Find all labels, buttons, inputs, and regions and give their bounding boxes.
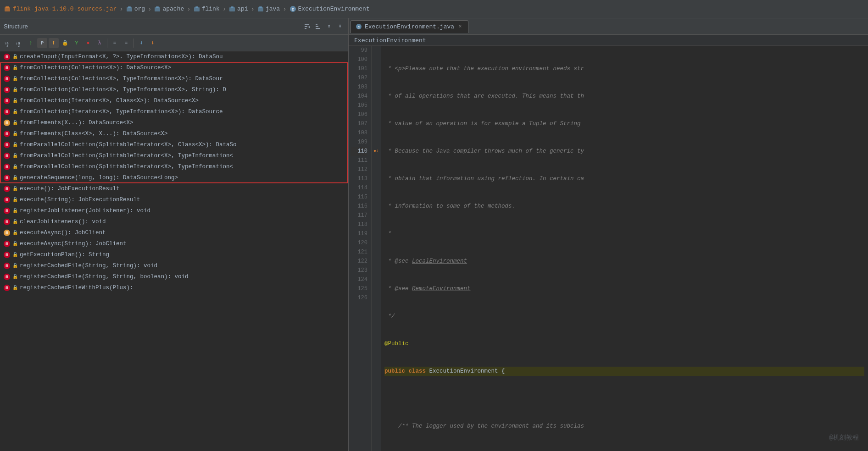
list-item[interactable]: m 🔓 fromCollection(Iterator<X>, Class<X>… <box>0 95 348 106</box>
gutter-cell <box>372 138 381 147</box>
export-btn[interactable]: ⬇ <box>148 38 158 48</box>
line-num: 123 <box>351 266 367 275</box>
tab-execution-environment[interactable]: C ExecutionEnvironment.java × <box>351 20 468 33</box>
list-item[interactable]: m 🔓 fromCollection(Collection<X>): DataS… <box>0 62 348 73</box>
breadcrumb-org[interactable]: org <box>126 6 145 12</box>
member-text: registerCachedFile(String, String): void <box>20 263 157 269</box>
gutter-cell <box>372 128 381 138</box>
list-item[interactable]: m 🔓 registerCachedFileWithPlus(Plus): <box>0 282 348 293</box>
breadcrumb-apache[interactable]: apache <box>154 6 184 12</box>
line-num: 100 <box>351 55 367 64</box>
sort-asc-btn[interactable] <box>302 22 312 31</box>
breadcrumb-sep-2: › <box>147 6 152 13</box>
list-item[interactable]: m 🔓 clearJobListeners(): void <box>0 216 348 227</box>
member-text: registerCachedFile(String, String, boole… <box>20 274 189 280</box>
gutter-cell <box>372 73 381 82</box>
svg-rect-7 <box>195 6 198 8</box>
lock-icon: 🔒 <box>12 88 17 93</box>
svg-rect-2 <box>127 7 132 11</box>
navigate-up-btn[interactable]: ↑ <box>26 38 36 48</box>
access-icon: 🔓 <box>12 77 17 82</box>
expand-btn[interactable]: ⬆ <box>324 22 334 31</box>
breadcrumb-java[interactable]: java <box>257 6 280 12</box>
circle-btn[interactable]: ● <box>83 38 93 48</box>
method-icon: m <box>4 87 10 93</box>
member-text: fromElements(X...): DataSource<X> <box>20 120 134 126</box>
member-text: executeAsync(): JobClient <box>20 230 106 236</box>
list-item[interactable]: m 🔓 fromCollection(Collection<X>, TypeIn… <box>0 73 348 84</box>
breadcrumb: flink-java-1.10.0-sources.jar › org › ap… <box>0 0 868 18</box>
package-icon-2 <box>154 6 161 12</box>
sort-desc-btn[interactable] <box>313 22 323 31</box>
line-num-current: 110 <box>351 147 367 156</box>
access-icon: 🔓 <box>12 143 17 148</box>
list-item[interactable]: m 🔒 fromCollection(Collection<X>, TypeIn… <box>0 84 348 95</box>
list-item[interactable]: m 🔓 fromParallelCollection(SplittableIte… <box>0 150 348 161</box>
line-num: 114 <box>351 183 367 192</box>
breadcrumb-flink[interactable]: flink <box>194 6 220 12</box>
line-num: 107 <box>351 119 367 128</box>
list-item[interactable]: m 🔓 registerCachedFile(String, String, b… <box>0 271 348 282</box>
list-item[interactable]: m 🔓 fromElements(Class<X>, X...): DataSo… <box>0 128 348 139</box>
sort-alpha-asc-btn[interactable]: ↑ a z <box>3 38 13 48</box>
collapse-all-btn[interactable]: ≡ <box>121 38 131 48</box>
breadcrumb-sep-5: › <box>250 6 256 13</box>
method-icon: m <box>4 98 10 104</box>
method-icon: m <box>4 230 10 236</box>
code-line: @Public <box>384 339 864 348</box>
toolbar-divider-2 <box>134 38 134 48</box>
list-item[interactable]: m 🔓 fromElements(X...): DataSource<X> <box>0 117 348 128</box>
method-icon: m <box>4 142 10 148</box>
code-editor[interactable]: 99 100 101 102 103 104 105 106 107 108 1… <box>349 46 868 451</box>
package-icon-5 <box>257 6 264 12</box>
list-item[interactable]: m 🔓 execute(): JobExecutionResult <box>0 183 348 194</box>
code-line: * obtain that information using reflecti… <box>384 174 864 183</box>
breadcrumb-class[interactable]: C ExecutionEnvironment <box>289 6 370 12</box>
class-header-text: ExecutionEnvironment <box>354 37 426 44</box>
gutter-cell <box>372 64 381 73</box>
line-num: 119 <box>351 229 367 238</box>
member-text: createInput(InputFormat<X, ?>. TypeInfor… <box>20 54 223 60</box>
download-btn[interactable]: ⬇ <box>136 38 146 48</box>
list-item[interactable]: m 🔓 registerCachedFile(String, String): … <box>0 260 348 271</box>
gutter-cell-110[interactable]: ●↓ <box>372 147 381 156</box>
access-icon: 🔓 <box>12 110 17 115</box>
f-btn[interactable]: f <box>49 38 59 48</box>
line-num: 122 <box>351 257 367 266</box>
list-item[interactable]: m 🔓 createInput(InputFormat<X, ?>. TypeI… <box>0 51 348 62</box>
list-item[interactable]: m 🔒 fromParallelCollection(SplittableIte… <box>0 161 348 172</box>
list-item[interactable]: m 🔓 executeAsync(): JobClient <box>0 227 348 238</box>
svg-rect-4 <box>155 7 160 11</box>
sort-alpha-desc-btn[interactable]: ↓ a z <box>14 38 24 48</box>
svg-rect-5 <box>156 6 159 8</box>
list-item[interactable]: m 🔓 execute(String): JobExecutionResult <box>0 194 348 205</box>
method-icon: m <box>4 76 10 82</box>
breadcrumb-jar[interactable]: flink-java-1.10.0-sources.jar <box>4 6 117 13</box>
list-item[interactable]: m 🔓 generateSequence(long, long): DataSo… <box>0 172 348 183</box>
tab-close-btn[interactable]: × <box>457 23 463 30</box>
lock-filter-btn[interactable]: 🔒 <box>60 38 70 48</box>
member-list[interactable]: m 🔓 createInput(InputFormat<X, ?>. TypeI… <box>0 51 348 451</box>
panel-header: Structure ⬆ ⬇ <box>0 18 348 35</box>
code-line <box>384 394 864 403</box>
list-item[interactable]: m 🔓 fromParallelCollection(SplittableIte… <box>0 139 348 150</box>
panel-title: Structure <box>4 23 28 30</box>
breadcrumb-api[interactable]: api <box>229 6 248 12</box>
gutter-cell <box>372 174 381 183</box>
list-item[interactable]: m 🔓 executeAsync(String): JobClient <box>0 238 348 249</box>
method-icon: m <box>4 175 10 181</box>
lambda-btn[interactable]: λ <box>95 38 105 48</box>
member-text: fromParallelCollection(SplittableIterato… <box>20 153 233 159</box>
P-btn[interactable]: P <box>37 38 47 48</box>
expand-all-btn[interactable]: ≡ <box>110 38 120 48</box>
filter-btn[interactable]: Y <box>72 38 82 48</box>
svg-rect-3 <box>128 6 131 8</box>
line-num: 113 <box>351 174 367 183</box>
list-item[interactable]: m 🔓 registerJobListener(JobListener): vo… <box>0 205 348 216</box>
member-text: fromElements(Class<X>, X...): DataSource… <box>20 131 168 137</box>
collapse-btn[interactable]: ⬇ <box>335 22 345 31</box>
method-icon: m <box>4 186 10 192</box>
member-text: fromCollection(Iterator<X>, TypeInformat… <box>20 109 223 115</box>
list-item[interactable]: m 🔓 fromCollection(Iterator<X>, TypeInfo… <box>0 106 348 117</box>
list-item[interactable]: m 🔓 getExecutionPlan(): String <box>0 249 348 260</box>
